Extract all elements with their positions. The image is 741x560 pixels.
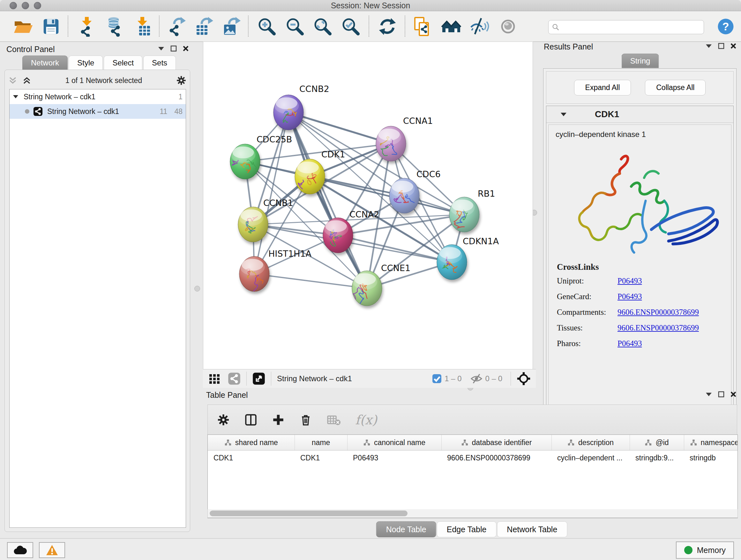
cell-database-identifier[interactable]: 9606.ENSP00000378699	[441, 450, 551, 465]
import-network-from-database-button[interactable]	[102, 15, 125, 38]
detach-view-icon[interactable]	[253, 372, 265, 385]
panel-float-icon[interactable]	[158, 46, 165, 51]
network-node-HIST1H1A[interactable]: HIST1H1A	[239, 249, 312, 292]
network-edge-CDK1-RB1[interactable]	[310, 177, 464, 214]
crosslink-pharos-link[interactable]: P06493	[617, 339, 642, 348]
gene-section-header[interactable]: CDK1	[546, 106, 733, 123]
tab-network[interactable]: Network	[22, 56, 68, 70]
crosslink-uniprot-link[interactable]: P06493	[617, 276, 642, 286]
column-header-name[interactable]: name	[294, 435, 347, 450]
help-button[interactable]: ?	[714, 15, 737, 38]
hidden-eye-slash-icon[interactable]	[470, 374, 483, 384]
apply-preferred-layout-button[interactable]	[376, 15, 399, 38]
network-canvas[interactable]: CCNB2CCNA1CDC25BCDK1CDC6RB1CCNB1CCNA2CDK…	[203, 42, 533, 369]
scrollbar-thumb[interactable]	[210, 510, 408, 516]
search-input[interactable]	[559, 23, 700, 32]
column-header-canonical-name[interactable]: canonical name	[347, 435, 441, 450]
function-builder-icon[interactable]: f(x)	[355, 413, 377, 427]
create-column-plus-icon[interactable]	[272, 413, 285, 427]
panel-close-icon[interactable]	[183, 45, 189, 52]
export-table-button[interactable]	[193, 15, 216, 38]
cell-shared-name[interactable]: CDK1	[208, 450, 294, 465]
collapse-all-icon[interactable]	[8, 76, 17, 85]
panel-close-icon[interactable]	[730, 391, 737, 397]
grid-view-icon[interactable]	[208, 372, 221, 385]
show-all-nodes-button[interactable]	[440, 15, 463, 38]
network-edge-HIST1H1A-CCNE1[interactable]	[254, 274, 367, 288]
column-header-namespace[interactable]: namespace	[684, 435, 738, 450]
import-network-from-file-button[interactable]	[75, 15, 98, 38]
tab-select[interactable]: Select	[104, 56, 142, 70]
network-node-CDKN1A[interactable]: CDKN1A	[437, 236, 499, 280]
column-header-shared-name[interactable]: shared name	[208, 435, 294, 450]
search-box[interactable]	[548, 20, 704, 34]
tab-sets[interactable]: Sets	[143, 56, 176, 70]
first-neighbors-button[interactable]	[411, 15, 434, 38]
memory-button[interactable]: Memory	[676, 542, 734, 559]
network-badge-icon[interactable]	[228, 372, 241, 385]
save-session-button[interactable]	[40, 15, 63, 38]
delete-column-trash-icon[interactable]	[299, 413, 313, 427]
show-columns-icon[interactable]	[244, 413, 258, 427]
network-node-CCNE1[interactable]: CCNE1	[352, 263, 410, 306]
panel-close-icon[interactable]	[730, 43, 737, 49]
cell-name[interactable]: CDK1	[294, 450, 347, 465]
crosslink-compartments-link[interactable]: 9606.ENSP00000378699	[617, 308, 699, 317]
open-session-button[interactable]	[11, 15, 35, 38]
vertical-splitter-handle[interactable]	[194, 286, 200, 292]
network-edge-CCNB2-CCNE1[interactable]	[288, 112, 367, 288]
export-network-button[interactable]	[165, 15, 188, 38]
zoom-fit-button[interactable]	[311, 15, 334, 38]
cell-namespace[interactable]: stringdb	[684, 450, 738, 465]
table-row[interactable]: CDK1 CDK1 P06493 9606.ENSP00000378699 cy…	[208, 450, 738, 465]
cloud-status-button[interactable]	[7, 542, 33, 558]
options-gear-icon[interactable]	[176, 75, 187, 86]
zoom-in-button[interactable]	[255, 15, 278, 38]
selected-checkbox-icon[interactable]	[432, 374, 442, 384]
import-table-from-file-button[interactable]	[131, 15, 154, 38]
tab-style[interactable]: Style	[69, 56, 103, 70]
node-table[interactable]: shared name name canonical name database…	[207, 435, 738, 518]
section-collapse-icon[interactable]	[560, 112, 567, 117]
graphics-details-button[interactable]	[496, 15, 520, 38]
column-header-database-identifier[interactable]: database identifier	[441, 435, 551, 450]
column-network-icon	[224, 439, 231, 446]
tab-edge-table[interactable]: Edge Table	[437, 521, 496, 537]
panel-float-icon[interactable]	[705, 44, 712, 48]
panel-maximize-icon[interactable]	[171, 45, 177, 52]
cell-id[interactable]: stringdb:9...	[630, 450, 684, 465]
network-name: String Network – cdk1	[47, 107, 119, 116]
tree-expander-icon[interactable]	[13, 95, 18, 99]
column-header-description[interactable]: description	[551, 435, 630, 450]
birdseye-navigator-icon[interactable]	[517, 372, 531, 386]
warnings-button[interactable]	[39, 542, 65, 558]
cell-description[interactable]: cyclin–dependent ...	[551, 450, 630, 465]
table-horizontal-scrollbar[interactable]	[207, 509, 738, 518]
tab-network-table[interactable]: Network Table	[497, 521, 567, 537]
expand-all-button[interactable]: Expand All	[574, 80, 631, 96]
zoom-out-button[interactable]	[283, 15, 307, 38]
collapse-all-button[interactable]: Collapse All	[645, 80, 705, 96]
panel-maximize-icon[interactable]	[718, 43, 724, 49]
crosslink-genecard-link[interactable]: P06493	[617, 292, 642, 301]
panel-maximize-icon[interactable]	[718, 391, 724, 397]
expand-all-icon[interactable]	[22, 76, 31, 85]
export-image-button[interactable]	[220, 15, 243, 38]
network-edge-CCNB2-CCNA1[interactable]	[288, 112, 391, 144]
zoom-selected-button[interactable]	[339, 15, 362, 38]
crosslink-tissues-link[interactable]: 9606.ENSP00000378699	[617, 323, 699, 332]
tab-node-table[interactable]: Node Table	[376, 521, 436, 537]
cell-canonical-name[interactable]: P06493	[347, 450, 441, 465]
hide-selected-button[interactable]	[468, 15, 491, 38]
network-collection-row[interactable]: String Network – cdk1 1	[10, 89, 186, 104]
delete-table-icon[interactable]	[327, 413, 341, 427]
gene-section: CDK1 cyclin–dependent kinase 1	[546, 106, 734, 410]
network-row[interactable]: String Network – cdk1 11 48	[10, 104, 186, 119]
network-node-CCNA1[interactable]: CCNA1	[376, 116, 433, 161]
panel-float-icon[interactable]	[705, 392, 712, 396]
network-node-RB1[interactable]: RB1	[449, 189, 495, 232]
tab-string[interactable]: String	[622, 54, 659, 68]
table-options-gear-icon[interactable]	[217, 413, 230, 427]
column-header-id[interactable]: @id	[630, 435, 684, 450]
zoom-selected-icon	[340, 16, 361, 37]
